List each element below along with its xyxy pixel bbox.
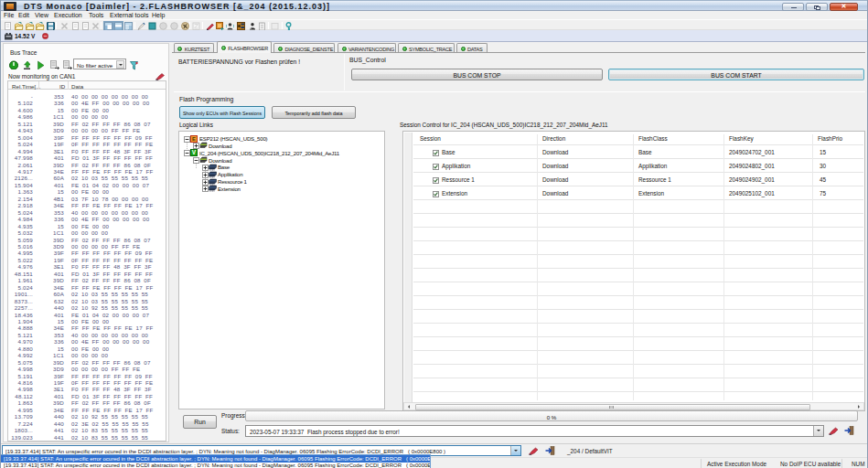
svg-text:E: E: [192, 136, 196, 142]
